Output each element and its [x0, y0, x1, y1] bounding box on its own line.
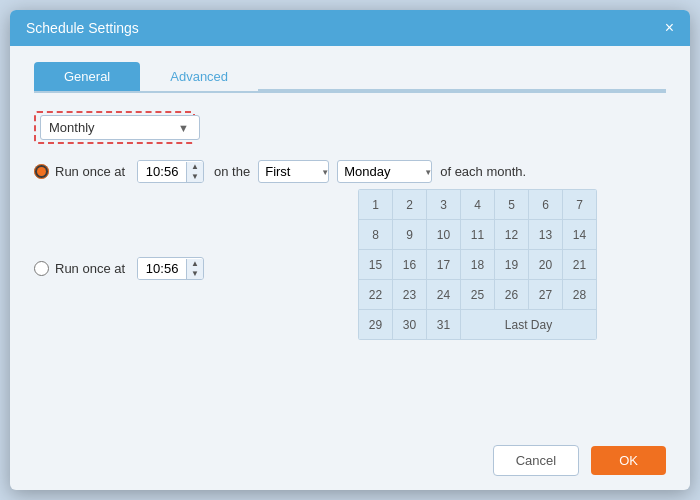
calendar-cell[interactable]: 18	[461, 250, 495, 280]
tab-general[interactable]: General	[34, 62, 140, 91]
calendar-cell[interactable]: 24	[427, 280, 461, 310]
option-row-2: Run once at ▲ ▼ 123456789101112131415161…	[34, 197, 666, 340]
calendar-cell[interactable]: 28	[563, 280, 597, 310]
calendar-cell[interactable]: 5	[495, 190, 529, 220]
option2-time-up-button[interactable]: ▲	[187, 259, 203, 269]
occurrence-select-wrapper: First Second Third Fourth Last	[254, 160, 333, 183]
calendar-cell[interactable]: 3	[427, 190, 461, 220]
calendar-cell[interactable]: 6	[529, 190, 563, 220]
calendar-cell[interactable]: 17	[427, 250, 461, 280]
option1-time-spinner[interactable]: ▲ ▼	[137, 160, 204, 183]
close-button[interactable]: ×	[665, 20, 674, 36]
day-select-wrapper: Monday Tuesday Wednesday Thursday Friday…	[333, 160, 436, 183]
calendar-cell[interactable]: 4	[461, 190, 495, 220]
tab-advanced[interactable]: Advanced	[140, 62, 258, 91]
option1-spinner-buttons: ▲ ▼	[186, 162, 203, 182]
calendar-cell[interactable]: 10	[427, 220, 461, 250]
dialog-title: Schedule Settings	[26, 20, 139, 36]
calendar-cell[interactable]: 21	[563, 250, 597, 280]
calendar-cell[interactable]: 29	[359, 310, 393, 340]
calendar-cell[interactable]: 13	[529, 220, 563, 250]
option-row-1: Run once at ▲ ▼ on the First Second Thir…	[34, 160, 666, 183]
option1-radio-label[interactable]: Run once at	[34, 164, 125, 179]
dialog-body: General Advanced Monthly Daily Weekly On…	[10, 46, 690, 435]
tab-divider	[258, 89, 666, 91]
option2-radio[interactable]	[34, 261, 49, 276]
frequency-select[interactable]: Monthly Daily Weekly Once	[40, 115, 200, 140]
calendar-cell[interactable]: 15	[359, 250, 393, 280]
calendar-cell[interactable]: 12	[495, 220, 529, 250]
tabs-container: General Advanced	[34, 62, 666, 93]
calendar-cell[interactable]: 26	[495, 280, 529, 310]
calendar-cell[interactable]: 7	[563, 190, 597, 220]
calendar-cell[interactable]: 30	[393, 310, 427, 340]
calendar-grid: 1234567891011121314151617181920212223242…	[358, 189, 597, 340]
calendar-cell[interactable]: 9	[393, 220, 427, 250]
option2-radio-label[interactable]: Run once at	[34, 261, 125, 276]
frequency-dropdown-wrapper: Monthly Daily Weekly Once ▼	[34, 111, 195, 144]
dialog-footer: Cancel OK	[10, 435, 690, 490]
option1-time-down-button[interactable]: ▼	[187, 172, 203, 182]
option1-time-input[interactable]	[138, 161, 186, 182]
occurrence-select[interactable]: First Second Third Fourth Last	[258, 160, 329, 183]
calendar-table: 1234567891011121314151617181920212223242…	[358, 189, 597, 340]
calendar-cell[interactable]: 1	[359, 190, 393, 220]
option2-time-spinner[interactable]: ▲ ▼	[137, 257, 204, 280]
calendar-cell[interactable]: 27	[529, 280, 563, 310]
calendar-cell[interactable]: 19	[495, 250, 529, 280]
cancel-button[interactable]: Cancel	[493, 445, 579, 476]
calendar-cell[interactable]: 11	[461, 220, 495, 250]
option2-time-down-button[interactable]: ▼	[187, 269, 203, 279]
ok-button[interactable]: OK	[591, 446, 666, 475]
calendar-cell[interactable]: 20	[529, 250, 563, 280]
calendar-cell[interactable]: 31	[427, 310, 461, 340]
calendar-cell[interactable]: 14	[563, 220, 597, 250]
option2-time-input[interactable]	[138, 258, 186, 279]
calendar-cell[interactable]: 23	[393, 280, 427, 310]
calendar-cell[interactable]: 16	[393, 250, 427, 280]
option2-spinner-buttons: ▲ ▼	[186, 259, 203, 279]
option1-radio[interactable]	[34, 164, 49, 179]
frequency-section: Monthly Daily Weekly Once ▼	[34, 111, 666, 144]
option1-time-up-button[interactable]: ▲	[187, 162, 203, 172]
calendar-last-day-cell[interactable]: Last Day	[461, 310, 597, 340]
calendar-cell[interactable]: 8	[359, 220, 393, 250]
calendar-cell[interactable]: 2	[393, 190, 427, 220]
calendar-cell[interactable]: 25	[461, 280, 495, 310]
schedule-settings-dialog: Schedule Settings × General Advanced Mon…	[10, 10, 690, 490]
day-select[interactable]: Monday Tuesday Wednesday Thursday Friday…	[337, 160, 432, 183]
title-bar: Schedule Settings ×	[10, 10, 690, 46]
calendar-cell[interactable]: 22	[359, 280, 393, 310]
